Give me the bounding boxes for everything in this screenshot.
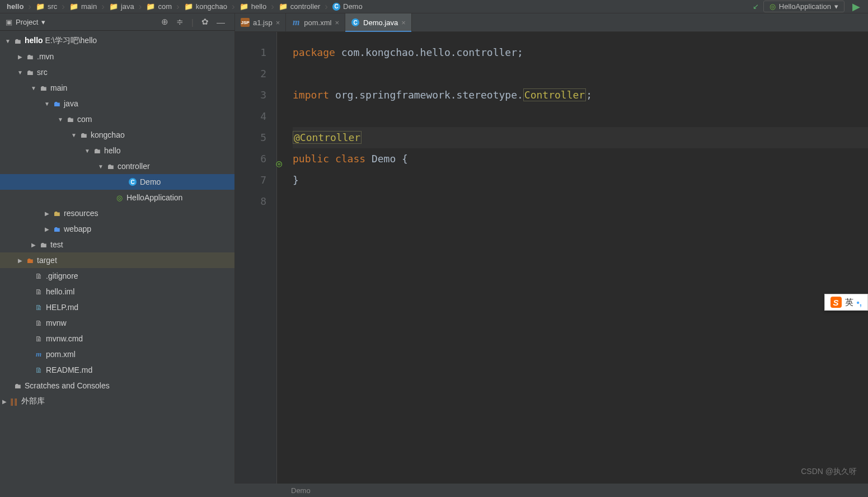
tree-java[interactable]: ▼🖿java <box>0 96 234 111</box>
tree-helpmd[interactable]: ▶🗎HELP.md <box>0 299 234 315</box>
tree-kongchao[interactable]: ▼🖿kongchao <box>0 127 234 143</box>
minimize-icon[interactable]: — <box>213 17 229 27</box>
tree-demo[interactable]: ▶CDemo <box>0 174 234 190</box>
tree-mvnwcmd[interactable]: ▶🗎mvnw.cmd <box>0 331 234 346</box>
editor-tabs: JSPa1.jsp× mpom.xml× CDemo.java× <box>235 13 868 32</box>
tab-a1jsp[interactable]: JSPa1.jsp× <box>235 13 286 31</box>
run-config-label: HelloApplication <box>779 2 831 11</box>
crumb-com[interactable]: 📁 com <box>144 2 174 11</box>
chevron-down-icon: ▾ <box>834 2 838 11</box>
build-icon[interactable]: ↙ <box>753 2 759 11</box>
close-icon[interactable]: × <box>276 18 280 27</box>
tree-scratches[interactable]: ▶🖿Scratches and Consoles <box>0 378 234 393</box>
tree-webapp[interactable]: ▶🖿webapp <box>0 221 234 237</box>
tab-demojava[interactable]: CDemo.java× <box>345 13 412 31</box>
tree-mvn[interactable]: ▶🖿.mvn <box>0 49 234 64</box>
tree-test[interactable]: ▶🖿test <box>0 237 234 252</box>
crumb-main[interactable]: 📁 main <box>67 2 99 11</box>
project-tree[interactable]: ▼🖿hello E:\学习吧\hello ▶🖿.mvn ▼🖿src ▼🖿main… <box>0 31 234 497</box>
crumb-controller[interactable]: 📁 controller <box>276 2 322 11</box>
ime-punct-icon: •, <box>857 298 862 307</box>
breadcrumb-bar: hello› 📁 src› 📁 main› 📁 java› 📁 com› 📁 k… <box>0 0 868 13</box>
sogou-icon: S <box>831 297 842 308</box>
class-icon: C <box>351 18 360 27</box>
code-area[interactable]: 1 2 3 4 5 6◎ 7 8 package com.kongchao.he… <box>235 32 868 497</box>
tree-src[interactable]: ▼🖿src <box>0 64 234 80</box>
ime-indicator[interactable]: S 英 •, <box>824 294 868 311</box>
tree-readme[interactable]: ▶🗎README.md <box>0 362 234 378</box>
project-title[interactable]: Project <box>16 18 38 26</box>
locate-icon[interactable]: ⊕ <box>157 17 172 27</box>
tree-target[interactable]: ▶🖿target <box>0 252 234 268</box>
project-icon: ▣ <box>6 18 12 26</box>
code-body[interactable]: package com.kongchao.hello.controller; i… <box>277 32 868 497</box>
tree-resources[interactable]: ▶🖿resources <box>0 205 234 221</box>
tree-com[interactable]: ▼🖿com <box>0 111 234 127</box>
divider: | <box>187 17 198 27</box>
gear-icon[interactable]: ✿ <box>198 17 213 27</box>
tree-hello[interactable]: ▼🖿hello <box>0 143 234 158</box>
crumb-src[interactable]: 📁 src <box>34 2 59 11</box>
close-icon[interactable]: × <box>401 18 406 27</box>
chevron-down-icon[interactable]: ▾ <box>41 18 45 26</box>
status-bar: Demo <box>0 484 868 497</box>
watermark: CSDN @执久呀 <box>801 467 857 477</box>
maven-icon: m <box>292 18 301 27</box>
status-context: Demo <box>291 486 311 495</box>
crumb-kongchao[interactable]: 📁 kongchao <box>182 2 229 11</box>
crumb-hello2[interactable]: 📁 hello <box>237 2 269 11</box>
tree-helloapp[interactable]: ▶◎HelloApplication <box>0 190 234 205</box>
crumb-hello[interactable]: hello <box>4 2 26 11</box>
crumb-java[interactable]: 📁 java <box>107 2 137 11</box>
tree-mvnw[interactable]: ▶🗎mvnw <box>0 315 234 331</box>
run-config-select[interactable]: ◎ HelloApplication ▾ <box>763 1 844 12</box>
project-toolwindow: ▣ Project ▾ ⊕ ≑ | ✿ — ▼🖿hello E:\学习吧\hel… <box>0 13 235 497</box>
tree-gitignore[interactable]: ▶🗎.gitignore <box>0 268 234 284</box>
editor: JSPa1.jsp× mpom.xml× CDemo.java× 1 2 3 4… <box>235 13 868 497</box>
tree-controller[interactable]: ▼🖿controller <box>0 158 234 174</box>
tree-main[interactable]: ▼🖿main <box>0 80 234 96</box>
tree-root[interactable]: ▼🖿hello E:\学习吧\hello <box>0 33 234 49</box>
gutter[interactable]: 1 2 3 4 5 6◎ 7 8 <box>235 32 277 497</box>
tab-pomxml[interactable]: mpom.xml× <box>286 13 345 31</box>
tree-helloiml[interactable]: ▶🗎hello.iml <box>0 284 234 299</box>
spring-icon: ◎ <box>770 2 776 11</box>
run-button[interactable]: ▶ <box>849 1 864 13</box>
crumb-demo[interactable]: C Demo <box>330 2 365 11</box>
jsp-icon: JSP <box>241 18 250 27</box>
ime-lang: 英 <box>845 297 853 308</box>
tree-pomxml[interactable]: ▶mpom.xml <box>0 346 234 362</box>
collapse-icon[interactable]: ≑ <box>172 17 187 27</box>
tree-extlib[interactable]: ▶‖‖外部库 <box>0 393 234 409</box>
close-icon[interactable]: × <box>335 18 339 27</box>
